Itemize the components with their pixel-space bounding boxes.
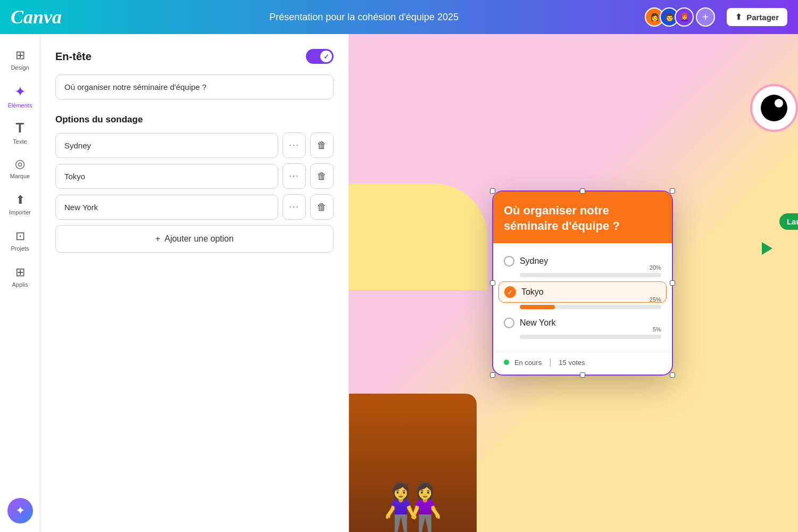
sidebar-bottom: ✦ xyxy=(7,498,33,523)
header: Canva Présentation pour la cohésion d'éq… xyxy=(0,0,798,34)
header-toggle[interactable]: ✓ xyxy=(306,49,334,64)
option-dots-2[interactable]: ··· xyxy=(282,163,306,189)
poll-card-question: Où organiser notre séminaire d'équipe ? xyxy=(504,203,661,234)
triangle-pointer xyxy=(762,242,772,255)
panel-header: En-tête ✓ xyxy=(55,49,334,64)
poll-option-tokyo[interactable]: ✓ Tokyo xyxy=(498,281,667,303)
option-delete-2[interactable]: 🗑 xyxy=(310,163,334,189)
sidebar-label-texte: Texte xyxy=(13,138,27,145)
plus-icon: + xyxy=(155,234,160,244)
poll-bar-bg-tokyo xyxy=(520,305,661,309)
poll-card-body: Sydney 20% ✓ Tokyo 25% xyxy=(493,243,672,352)
selection-handle-tr xyxy=(670,188,675,194)
selection-handle-mr xyxy=(670,280,675,286)
projets-icon: ⊡ xyxy=(15,229,25,243)
applis-icon: ⊞ xyxy=(15,265,25,279)
sidebar-item-design[interactable]: ⊞ Design xyxy=(3,43,37,77)
sidebar-item-applis[interactable]: ⊞ Applis xyxy=(3,260,37,294)
trash-icon-2: 🗑 xyxy=(317,171,327,182)
poll-bar-fill-newyork xyxy=(520,335,527,339)
poll-pct-newyork: 5% xyxy=(653,326,661,332)
option-dots-3[interactable]: ··· xyxy=(282,194,306,220)
poll-bar-bg-sydney xyxy=(520,273,661,277)
selection-handle-bc xyxy=(580,372,585,378)
trash-icon-3: 🗑 xyxy=(317,202,327,213)
importer-icon: ⬆ xyxy=(15,193,25,207)
marque-icon: ◎ xyxy=(15,157,25,171)
avatar-3: 👩‍🦰 xyxy=(675,7,694,27)
laura-badge: Laura xyxy=(779,213,798,230)
poll-bar-sydney: 20% xyxy=(520,273,661,277)
poll-radio-sydney xyxy=(504,256,514,267)
magic-button[interactable]: ✦ xyxy=(7,498,33,523)
canva-logo: Canva xyxy=(11,6,62,28)
option-row-3: ··· 🗑 xyxy=(55,194,334,220)
toggle-knob: ✓ xyxy=(320,51,332,62)
option-dots-1[interactable]: ··· xyxy=(282,132,306,158)
poll-bar-tokyo: 25% xyxy=(520,305,661,309)
texte-icon: T xyxy=(16,120,24,136)
poll-option-text-sydney: Sydney xyxy=(520,256,548,266)
sidebar-label-elements: Éléments xyxy=(8,102,32,109)
sidebar-label-applis: Applis xyxy=(12,281,28,288)
option-delete-1[interactable]: 🗑 xyxy=(310,132,334,158)
selection-handle-ml xyxy=(490,280,495,286)
eye-inner xyxy=(761,95,787,121)
option-delete-3[interactable]: 🗑 xyxy=(310,194,334,220)
option-input-sydney[interactable] xyxy=(55,133,278,158)
photo-placeholder: 👭 xyxy=(349,394,477,532)
poll-option-newyork[interactable]: New York xyxy=(504,313,661,332)
selection-handle-bl xyxy=(490,372,495,378)
poll-check-tokyo: ✓ xyxy=(504,286,516,298)
sidebar-item-importer[interactable]: ⬆ Importer xyxy=(3,187,37,221)
sidebar-label-importer: Importer xyxy=(9,209,31,215)
poll-pct-tokyo: 25% xyxy=(650,296,661,303)
selection-handle-br xyxy=(670,372,675,378)
share-icon: ⬆ xyxy=(735,12,742,22)
option-input-newyork[interactable] xyxy=(55,195,278,220)
option-row-1: ··· 🗑 xyxy=(55,132,334,158)
sidebar-item-marque[interactable]: ◎ Marque xyxy=(3,151,37,185)
sidebar-label-marque: Marque xyxy=(10,173,30,179)
add-option-button[interactable]: + Ajouter une option xyxy=(55,225,334,253)
sidebar-item-texte[interactable]: T Texte xyxy=(3,115,37,149)
eye-pupil xyxy=(775,99,783,107)
sidebar-label-design: Design xyxy=(11,64,29,71)
poll-status-label: En cours xyxy=(514,359,542,367)
canvas-area: 👭 Où organiser notre séminaire d'équipe … xyxy=(349,34,798,532)
trash-icon-1: 🗑 xyxy=(317,140,327,151)
poll-pct-sydney: 20% xyxy=(650,264,661,271)
sidebar: ⊞ Design ✦ Éléments T Texte ◎ Marque ⬆ I… xyxy=(0,34,40,532)
selection-handle-tc xyxy=(580,188,585,194)
poll-votes-label: 15 votes xyxy=(559,359,585,367)
avatar-group: 👩 👨 👩‍🦰 + xyxy=(645,7,715,27)
poll-bar-bg-newyork xyxy=(520,335,661,339)
poll-bar-newyork: 5% xyxy=(520,335,661,339)
elements-icon: ✦ xyxy=(14,84,26,100)
poll-option-text-tokyo: Tokyo xyxy=(521,287,544,297)
panel-title: En-tête xyxy=(55,51,92,63)
poll-bar-fill-sydney xyxy=(520,273,548,277)
poll-option-text-newyork: New York xyxy=(520,318,556,328)
sidebar-item-elements[interactable]: ✦ Éléments xyxy=(3,79,37,113)
add-collaborator-button[interactable]: + xyxy=(696,7,715,27)
panel: En-tête ✓ Options du sondage ··· 🗑 ··· 🗑… xyxy=(40,34,349,532)
share-button[interactable]: ⬆ Partager xyxy=(727,8,787,26)
poll-footer: En cours | 15 votes xyxy=(493,352,672,375)
option-input-tokyo[interactable] xyxy=(55,164,278,189)
photo-area: 👭 xyxy=(349,394,477,532)
sidebar-item-projets[interactable]: ⊡ Projets xyxy=(3,223,37,257)
poll-option-sydney[interactable]: Sydney xyxy=(504,252,661,271)
poll-radio-newyork xyxy=(504,318,514,328)
main-layout: ⊞ Design ✦ Éléments T Texte ◎ Marque ⬆ I… xyxy=(0,34,798,532)
question-input[interactable] xyxy=(55,74,334,99)
header-title: Présentation pour la cohésion d'équipe 2… xyxy=(83,12,645,23)
poll-card-header: Où organiser notre séminaire d'équipe ? xyxy=(493,192,672,243)
sidebar-label-projets: Projets xyxy=(11,245,29,252)
option-row-2: ··· 🗑 xyxy=(55,163,334,189)
footer-divider: | xyxy=(549,358,551,367)
yellow-decoration xyxy=(349,184,487,290)
options-title: Options du sondage xyxy=(55,114,334,125)
selection-handle-tl xyxy=(490,188,495,194)
poll-card: Où organiser notre séminaire d'équipe ? … xyxy=(492,190,673,376)
